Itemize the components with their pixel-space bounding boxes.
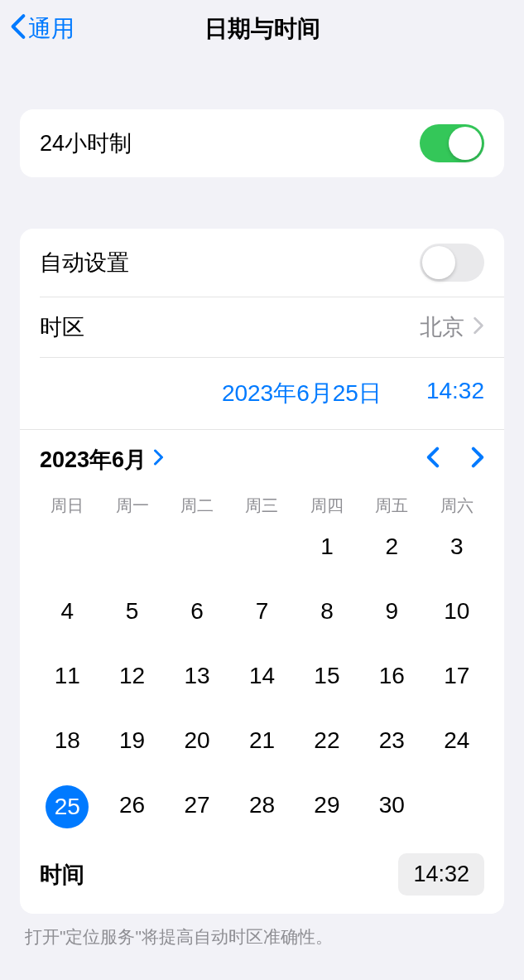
calendar-day[interactable]: 14 (229, 656, 294, 696)
weekday-label: 周六 (425, 495, 489, 517)
weekday-label: 周四 (295, 495, 359, 517)
page-title: 日期与时间 (204, 13, 320, 45)
calendar-day[interactable]: 12 (99, 656, 164, 696)
time-display[interactable]: 14:32 (426, 378, 484, 409)
format-24h-label: 24小时制 (40, 128, 132, 158)
format-24h-toggle[interactable] (420, 124, 484, 162)
calendar-day[interactable]: 5 (99, 591, 164, 631)
calendar-day[interactable]: 25 (46, 785, 89, 828)
auto-set-label: 自动设置 (40, 248, 129, 278)
calendar-grid: 1234567891011121314151617181920212223242… (20, 524, 504, 838)
month-label: 2023年6月 (40, 445, 147, 475)
date-display[interactable]: 2023年6月25日 (222, 378, 382, 409)
calendar-header: 2023年6月 (20, 430, 504, 483)
chevron-right-icon (473, 315, 484, 340)
back-label: 通用 (28, 13, 75, 45)
datetime-display-row: 2023年6月25日 14:32 (20, 358, 504, 429)
calendar-day[interactable]: 16 (359, 656, 424, 696)
chevron-left-icon (10, 13, 26, 45)
timezone-row[interactable]: 时区 北京 (20, 297, 504, 357)
time-picker-button[interactable]: 14:32 (398, 853, 484, 896)
calendar-day[interactable]: 1 (295, 527, 359, 567)
weekday-label: 周三 (229, 495, 294, 517)
timezone-value: 北京 (420, 312, 464, 342)
calendar-blank (229, 527, 294, 567)
calendar-day[interactable]: 21 (229, 721, 294, 760)
auto-set-row: 自动设置 (20, 229, 504, 297)
calendar-day[interactable]: 7 (229, 591, 294, 631)
calendar-day[interactable]: 29 (295, 785, 359, 825)
calendar-day[interactable]: 19 (99, 721, 164, 760)
calendar-day[interactable]: 28 (229, 785, 294, 825)
timezone-label: 时区 (40, 312, 84, 342)
calendar-day[interactable]: 2 (359, 527, 424, 567)
chevron-right-icon (153, 449, 164, 471)
month-picker[interactable]: 2023年6月 (40, 445, 164, 475)
calendar-day[interactable]: 8 (295, 591, 359, 631)
calendar-day[interactable]: 30 (359, 785, 424, 825)
auto-set-toggle[interactable] (420, 244, 484, 282)
toggle-knob (422, 246, 455, 279)
calendar-day[interactable]: 6 (165, 591, 229, 631)
calendar-day[interactable]: 13 (165, 656, 229, 696)
calendar-blank (165, 527, 229, 567)
weekday-label: 周二 (165, 495, 229, 517)
footer-note: 打开"定位服务"将提高自动时区准确性。 (0, 914, 524, 960)
datetime-section: 自动设置 时区 北京 2023年6月25日 14:32 2023年6月 (20, 229, 504, 914)
toggle-knob (449, 127, 482, 160)
month-nav (426, 446, 484, 474)
next-month-button[interactable] (471, 446, 484, 474)
weekday-header: 周日周一周二周三周四周五周六 (20, 483, 504, 524)
calendar-day[interactable]: 10 (425, 591, 489, 631)
calendar-day[interactable]: 11 (35, 656, 99, 696)
calendar-day[interactable]: 4 (35, 591, 99, 631)
calendar-day[interactable]: 27 (165, 785, 229, 825)
header: 通用 日期与时间 (0, 0, 524, 58)
back-button[interactable]: 通用 (0, 13, 75, 45)
prev-month-button[interactable] (426, 446, 440, 474)
calendar-day[interactable]: 9 (359, 591, 424, 631)
calendar-day[interactable]: 3 (425, 527, 489, 567)
calendar-day[interactable]: 20 (165, 721, 229, 760)
format-24h-row: 24小时制 (20, 109, 504, 177)
format-section: 24小时制 (20, 109, 504, 177)
calendar-day[interactable]: 22 (295, 721, 359, 760)
time-row: 时间 14:32 (20, 838, 504, 914)
calendar-day[interactable]: 15 (295, 656, 359, 696)
weekday-label: 周一 (99, 495, 164, 517)
calendar-day[interactable]: 18 (35, 721, 99, 760)
calendar-day[interactable]: 24 (425, 721, 489, 760)
calendar-day[interactable]: 17 (425, 656, 489, 696)
calendar-day[interactable]: 23 (359, 721, 424, 760)
time-label: 时间 (40, 860, 84, 890)
weekday-label: 周日 (35, 495, 99, 517)
weekday-label: 周五 (359, 495, 424, 517)
calendar-blank (99, 527, 164, 567)
calendar-blank (35, 527, 99, 567)
calendar-day[interactable]: 26 (99, 785, 164, 825)
timezone-value-wrapper: 北京 (420, 312, 484, 342)
